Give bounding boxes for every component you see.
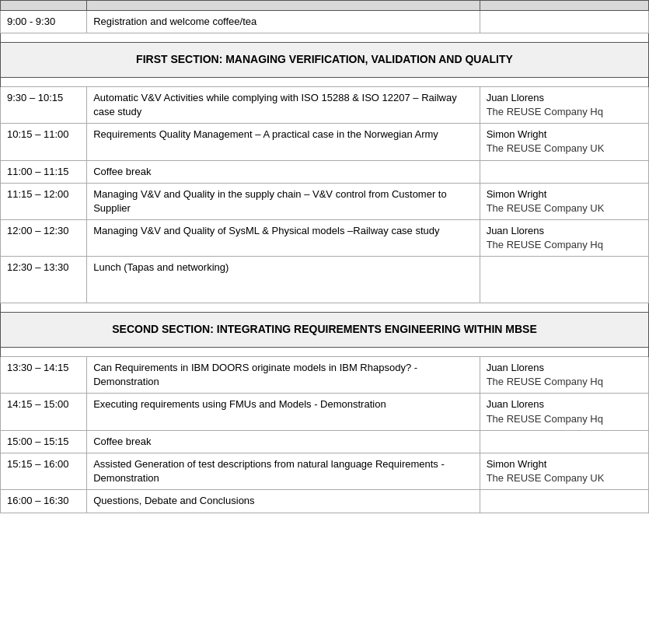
header-time	[1, 1, 87, 11]
header-topic	[87, 1, 480, 11]
topic-cell: Registration and welcome coffee/tea	[87, 11, 480, 33]
header-speaker	[480, 1, 648, 11]
speaker-cell: Simon WrightThe REUSE Company UK	[480, 183, 648, 219]
topic-cell: Questions, Debate and Conclusions	[87, 490, 480, 513]
section-header: FIRST SECTION: MANAGING VERIFICATION, VA…	[1, 43, 649, 78]
speaker-cell: Juan LlorensThe REUSE Company Hq	[480, 357, 648, 394]
time-cell: 15:00 – 15:15	[1, 430, 87, 453]
time-cell: 11:00 – 11:15	[1, 160, 87, 183]
speaker-cell: Juan LlorensThe REUSE Company Hq	[480, 86, 648, 123]
time-cell: 11:15 – 12:00	[1, 183, 87, 219]
table-row: 13:30 – 14:15 Can Requirements in IBM DO…	[1, 357, 649, 394]
topic-cell: Coffee break	[87, 430, 480, 453]
topic-cell: Assisted Generation of test descriptions…	[87, 453, 480, 490]
topic-cell: Managing V&V and Quality in the supply c…	[87, 183, 480, 219]
speaker-cell: Simon WrightThe REUSE Company UK	[480, 124, 648, 160]
table-row: 9:30 – 10:15 Automatic V&V Activities wh…	[1, 86, 649, 123]
time-cell: 9:30 – 10:15	[1, 86, 87, 123]
topic-cell: Coffee break	[87, 160, 480, 183]
time-cell: 9:00 - 9:30	[1, 11, 87, 33]
schedule-table: 9:00 - 9:30 Registration and welcome cof…	[0, 0, 649, 513]
speaker-cell: Juan LlorensThe REUSE Company Hq	[480, 394, 648, 430]
table-row: 11:00 – 11:15 Coffee break	[1, 160, 649, 183]
table-row: 10:15 – 11:00 Requirements Quality Manag…	[1, 124, 649, 160]
speaker-cell	[480, 257, 648, 303]
speaker-cell	[480, 490, 648, 513]
table-row: 12:30 – 13:30 Lunch (Tapas and networkin…	[1, 257, 649, 303]
speaker-cell	[480, 160, 648, 183]
time-cell: 12:30 – 13:30	[1, 257, 87, 303]
topic-cell: Managing V&V and Quality of SysML & Phys…	[87, 220, 480, 257]
time-cell: 12:00 – 12:30	[1, 220, 87, 257]
speaker-cell: Juan LlorensThe REUSE Company Hq	[480, 220, 648, 257]
topic-cell: Lunch (Tapas and networking)	[87, 257, 480, 303]
topic-cell: Requirements Quality Management – A prac…	[87, 124, 480, 160]
table-row: 11:15 – 12:00 Managing V&V and Quality i…	[1, 183, 649, 219]
time-cell: 10:15 – 11:00	[1, 124, 87, 160]
table-row: 9:00 - 9:30 Registration and welcome cof…	[1, 11, 649, 33]
speaker-cell	[480, 430, 648, 453]
time-cell: 13:30 – 14:15	[1, 357, 87, 394]
time-cell: 14:15 – 15:00	[1, 394, 87, 430]
topic-cell: Executing requirements using FMUs and Mo…	[87, 394, 480, 430]
time-cell: 16:00 – 16:30	[1, 490, 87, 513]
speaker-cell	[480, 11, 648, 33]
table-row: 15:15 – 16:00 Assisted Generation of tes…	[1, 453, 649, 490]
table-row: 16:00 – 16:30 Questions, Debate and Conc…	[1, 490, 649, 513]
table-row: 15:00 – 15:15 Coffee break	[1, 430, 649, 453]
table-row: 12:00 – 12:30 Managing V&V and Quality o…	[1, 220, 649, 257]
topic-cell: Automatic V&V Activities while complying…	[87, 86, 480, 123]
time-cell: 15:15 – 16:00	[1, 453, 87, 490]
section-header: SECOND SECTION: INTEGRATING REQUIREMENTS…	[1, 313, 649, 348]
topic-cell: Can Requirements in IBM DOORS originate …	[87, 357, 480, 394]
speaker-cell: Simon WrightThe REUSE Company UK	[480, 453, 648, 490]
table-row: 14:15 – 15:00 Executing requirements usi…	[1, 394, 649, 430]
